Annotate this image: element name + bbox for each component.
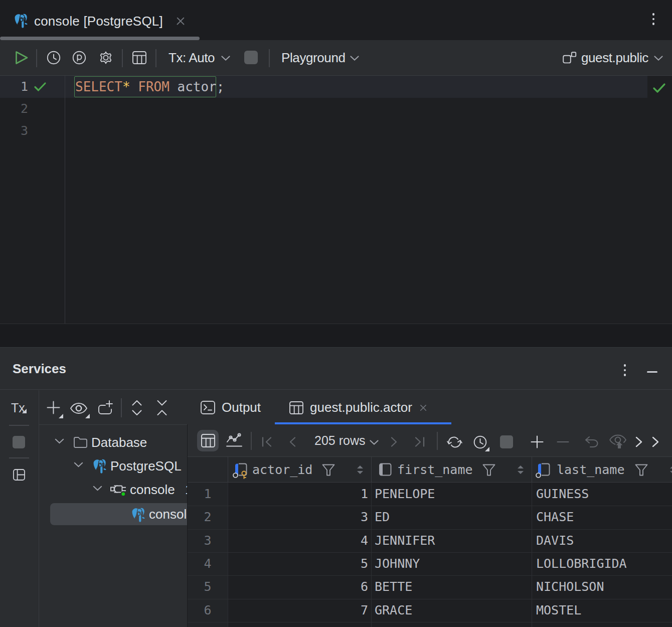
table-row[interactable]: 11PENELOPEGUINESS — [188, 483, 672, 506]
tree-item-console-group[interactable]: console 1 — [39, 478, 188, 502]
preview-changes-icon[interactable] — [609, 434, 627, 450]
sort-icon[interactable] — [357, 465, 363, 474]
postgresql-elephant-icon — [14, 14, 28, 29]
table-row[interactable]: 56BETTENICHOLSON — [188, 575, 672, 598]
grid-body: 11PENELOPEGUINESS 23EDCHASE 34JENNIFERDA… — [188, 483, 672, 627]
folder-icon — [74, 436, 87, 448]
chevron-down-icon — [221, 56, 230, 61]
editor-tab-bar: console [PostgreSQL] — [0, 0, 672, 40]
stop-button[interactable] — [244, 51, 258, 64]
console-plug-icon — [110, 483, 128, 498]
column-header[interactable]: first_name — [397, 457, 473, 483]
stop-query-button[interactable] — [500, 435, 513, 448]
first-page-icon[interactable] — [261, 437, 272, 447]
primary-key-column-icon — [233, 462, 250, 479]
chevron-down-icon — [654, 56, 663, 61]
column-header[interactable]: last_name — [557, 457, 624, 483]
statement-executed-check-icon[interactable] — [34, 81, 47, 92]
editor-tab-title: console [PostgreSQL] — [34, 14, 163, 29]
collapse-all-icon[interactable] — [157, 400, 167, 416]
line-number: 3 — [0, 120, 28, 142]
layout-icon[interactable] — [13, 469, 25, 481]
grid-header: actor_id first_name — [188, 457, 672, 483]
sort-icon[interactable] — [670, 465, 672, 474]
stop-connection-button[interactable] — [13, 436, 25, 448]
indexed-column-icon — [536, 462, 553, 479]
chevron-down-icon[interactable] — [55, 438, 64, 444]
table-row[interactable]: 45JOHNNYLOLLOBRIGIDA — [188, 552, 672, 575]
new-console-icon[interactable] — [98, 400, 113, 414]
services-options-kebab-icon[interactable] — [623, 364, 626, 386]
last-page-icon[interactable] — [414, 437, 425, 447]
table-row[interactable]: 34JENNIFERDAVIS — [188, 529, 672, 552]
query-history-clock-icon[interactable] — [473, 435, 487, 449]
table-icon[interactable] — [132, 51, 146, 64]
terminal-icon — [201, 401, 215, 414]
tab-result-grid[interactable]: guest.public.actor — [289, 390, 428, 425]
history-icon[interactable] — [47, 51, 61, 65]
parameters-icon[interactable] — [72, 51, 86, 65]
line-number: 1 — [0, 76, 28, 98]
table-grid-icon — [289, 401, 303, 414]
chart-view-icon[interactable] — [226, 433, 243, 449]
session-selector[interactable]: Playground — [281, 40, 346, 76]
schema-icon — [563, 52, 576, 65]
tree-item-database[interactable]: Database — [39, 431, 188, 454]
chevron-right-icon[interactable] — [652, 436, 659, 447]
tree-item-console-file[interactable]: console — [39, 503, 188, 526]
tab-label: Output — [222, 400, 261, 415]
table-row[interactable]: 67GRACEMOSTEL — [188, 599, 672, 622]
filter-funnel-icon[interactable] — [322, 464, 335, 476]
table-row[interactable]: 23EDCHASE — [188, 506, 672, 529]
console-toolbar: Tx: Auto Playground guest.public — [0, 40, 672, 76]
grid-toolbar: 205 rows — [188, 424, 672, 457]
run-button[interactable] — [15, 50, 29, 65]
chevron-down-icon[interactable] — [74, 462, 83, 467]
chevron-down-icon — [370, 440, 379, 445]
minimize-icon[interactable] — [647, 371, 657, 373]
table-view-icon[interactable] — [201, 434, 215, 447]
revert-icon[interactable] — [584, 436, 599, 448]
filter-funnel-icon[interactable] — [635, 464, 648, 476]
tab-output[interactable]: Output — [201, 390, 261, 425]
services-header: Services — [0, 348, 672, 390]
delete-row-icon[interactable] — [557, 441, 569, 443]
filter-funnel-icon[interactable] — [482, 464, 495, 476]
code-line-1[interactable]: SELECT* FROM actor; — [75, 76, 224, 98]
prev-page-icon[interactable] — [289, 437, 296, 447]
column-icon — [377, 462, 394, 479]
next-page-icon[interactable] — [391, 437, 398, 447]
refresh-icon[interactable] — [446, 435, 463, 449]
chevron-down-icon — [350, 56, 359, 61]
sql-editor[interactable]: 1 2 3 SELECT* FROM actor; — [0, 76, 672, 324]
row-count-dropdown[interactable]: 205 rows — [314, 424, 365, 456]
line-number: 2 — [0, 98, 28, 120]
tab-close-icon[interactable] — [419, 404, 427, 411]
panel-splitter[interactable] — [0, 324, 672, 347]
postgresql-elephant-icon — [92, 459, 106, 474]
editor-tab-console[interactable]: console [PostgreSQL] — [14, 10, 185, 32]
tab-label: guest.public.actor — [310, 400, 412, 415]
schema-label: guest.public — [581, 50, 648, 66]
schema-switcher[interactable]: guest.public — [563, 40, 663, 76]
show-options-eye-icon[interactable] — [70, 403, 88, 414]
tab-close-icon[interactable] — [176, 17, 185, 26]
result-grid-pane: 205 rows — [188, 424, 672, 627]
inspection-ok-check-icon[interactable] — [652, 82, 666, 94]
tab-bar-options-kebab-icon[interactable] — [652, 13, 655, 35]
add-icon[interactable] — [47, 401, 60, 414]
chevron-down-icon[interactable] — [93, 486, 102, 491]
services-title: Services — [13, 348, 66, 390]
postgresql-elephant-icon — [131, 508, 145, 523]
column-header[interactable]: actor_id — [252, 457, 312, 483]
expand-all-icon[interactable] — [132, 400, 142, 416]
sort-icon[interactable] — [518, 465, 524, 474]
tree-item-postgresql[interactable]: PostgreSQL — [39, 454, 188, 478]
settings-gear-icon[interactable] — [99, 51, 113, 65]
add-row-icon[interactable] — [531, 435, 544, 448]
tab-bar-scrollbar[interactable] — [0, 37, 200, 40]
tx-toggle-icon[interactable]: Tx — [11, 401, 25, 415]
services-toolbar: Output guest.public.actor — [39, 390, 672, 425]
tx-mode-selector[interactable]: Tx: Auto — [169, 40, 215, 76]
chevron-right-icon[interactable] — [635, 436, 642, 447]
